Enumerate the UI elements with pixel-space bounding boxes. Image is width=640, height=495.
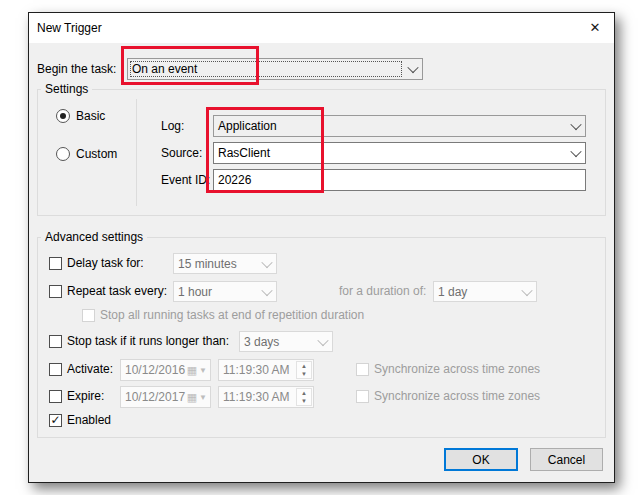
activate-sync-label: Synchronize across time zones bbox=[374, 361, 540, 377]
expire-date-value: 10/12/2017 bbox=[121, 390, 185, 404]
expire-sync-label: Synchronize across time zones bbox=[374, 388, 540, 404]
radio-custom[interactable] bbox=[56, 147, 70, 161]
ok-button[interactable]: OK bbox=[444, 448, 518, 471]
source-value: RasClient bbox=[214, 146, 270, 160]
repeat-task-checkbox[interactable] bbox=[49, 285, 62, 298]
log-value: Application bbox=[214, 119, 277, 133]
expire-date-picker: 10/12/2017 ▦▼ bbox=[120, 386, 211, 408]
chevron-down-icon bbox=[258, 288, 276, 296]
delay-duration-value: 15 minutes bbox=[174, 257, 237, 271]
spinner-up-down-icon: ▲▼ bbox=[296, 388, 312, 406]
begin-task-combobox[interactable]: On an event bbox=[127, 58, 423, 80]
duration-value: 1 day bbox=[434, 285, 467, 299]
enabled-label: Enabled bbox=[67, 412, 111, 428]
repeat-task-label: Repeat task every: bbox=[67, 283, 167, 299]
duration-label: for a duration of: bbox=[339, 283, 426, 299]
log-label: Log: bbox=[161, 118, 184, 134]
chevron-down-icon bbox=[567, 122, 585, 130]
source-label: Source: bbox=[161, 145, 202, 161]
expire-sync-checkbox bbox=[356, 390, 369, 403]
advanced-group-title: Advanced settings bbox=[41, 230, 147, 245]
event-id-input[interactable] bbox=[213, 169, 586, 191]
enabled-checkbox[interactable] bbox=[49, 414, 62, 427]
delay-task-checkbox[interactable] bbox=[49, 257, 62, 270]
activate-date-picker: 10/12/2016 ▦▼ bbox=[120, 359, 211, 381]
radio-basic-label: Basic bbox=[76, 108, 105, 124]
spinner-up-down-icon: ▲▼ bbox=[296, 361, 312, 379]
settings-separator bbox=[136, 99, 137, 206]
expire-time-spinner: 11:19:30 AM ▲▼ bbox=[218, 386, 314, 408]
stop-task-duration-combobox: 3 days bbox=[239, 331, 333, 352]
close-button[interactable]: ✕ bbox=[578, 13, 612, 42]
title-bar: New Trigger ✕ bbox=[29, 13, 614, 43]
activate-time-value: 11:19:30 AM bbox=[219, 363, 290, 377]
settings-group-title: Settings bbox=[41, 82, 92, 97]
activate-time-spinner: 11:19:30 AM ▲▼ bbox=[218, 359, 314, 381]
calendar-icon: ▦▼ bbox=[187, 365, 210, 376]
radio-basic[interactable] bbox=[56, 109, 70, 123]
chevron-down-icon bbox=[404, 65, 422, 73]
source-combobox[interactable]: RasClient bbox=[213, 142, 586, 164]
dialog-title: New Trigger bbox=[37, 13, 102, 43]
new-trigger-dialog: New Trigger ✕ Begin the task: On an even… bbox=[28, 12, 615, 483]
chevron-down-icon bbox=[518, 288, 536, 296]
expire-label: Expire: bbox=[67, 388, 104, 404]
stop-task-duration-value: 3 days bbox=[240, 335, 279, 349]
delay-task-label: Delay task for: bbox=[67, 255, 144, 271]
repeat-interval-combobox: 1 hour bbox=[173, 281, 277, 302]
calendar-icon: ▦▼ bbox=[187, 392, 210, 403]
activate-label: Activate: bbox=[67, 361, 113, 377]
chevron-down-icon bbox=[258, 260, 276, 268]
stop-all-tasks-label: Stop all running tasks at end of repetit… bbox=[100, 307, 364, 323]
chevron-down-icon bbox=[567, 149, 585, 157]
stop-all-tasks-checkbox bbox=[82, 309, 95, 322]
repeat-interval-value: 1 hour bbox=[174, 285, 212, 299]
activate-sync-checkbox bbox=[356, 363, 369, 376]
screenshot-stage: New Trigger ✕ Begin the task: On an even… bbox=[0, 0, 640, 495]
activate-date-value: 10/12/2016 bbox=[121, 363, 185, 377]
close-icon: ✕ bbox=[590, 20, 601, 35]
stop-task-label: Stop task if it runs longer than: bbox=[67, 333, 229, 349]
radio-custom-label: Custom bbox=[76, 146, 117, 162]
event-id-label: Event ID: bbox=[161, 172, 210, 188]
expire-checkbox[interactable] bbox=[49, 390, 62, 403]
stop-task-checkbox[interactable] bbox=[49, 335, 62, 348]
begin-task-label: Begin the task: bbox=[37, 61, 116, 77]
begin-task-value: On an event bbox=[128, 62, 197, 76]
activate-checkbox[interactable] bbox=[49, 363, 62, 376]
cancel-button[interactable]: Cancel bbox=[530, 448, 603, 471]
delay-duration-combobox: 15 minutes bbox=[173, 253, 277, 274]
log-combobox[interactable]: Application bbox=[213, 115, 586, 137]
expire-time-value: 11:19:30 AM bbox=[219, 390, 290, 404]
duration-combobox: 1 day bbox=[433, 281, 537, 302]
chevron-down-icon bbox=[314, 338, 332, 346]
